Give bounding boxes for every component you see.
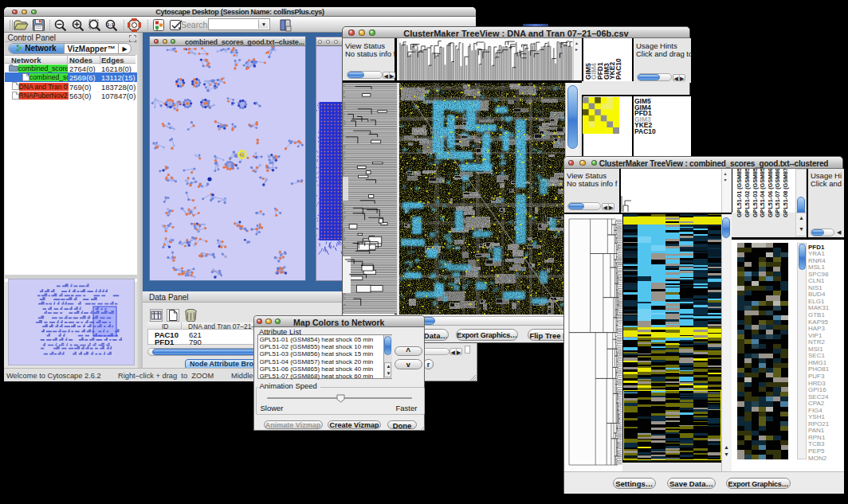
svg-text:1:1: 1:1 — [107, 22, 114, 27]
